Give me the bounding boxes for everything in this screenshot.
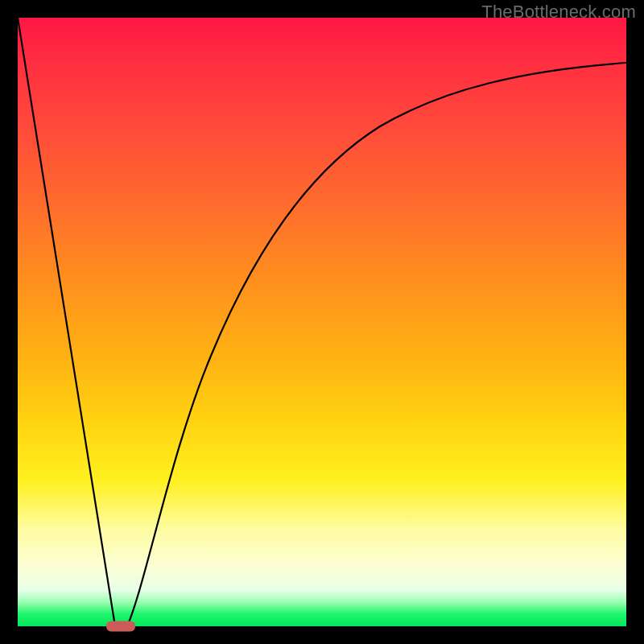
chart-curves [18,18,626,626]
chart-frame: TheBottleneck.com [0,0,644,644]
left-branch-path [18,18,115,626]
plot-area [18,18,626,626]
minimum-marker [106,621,135,632]
right-branch-path [127,63,626,626]
